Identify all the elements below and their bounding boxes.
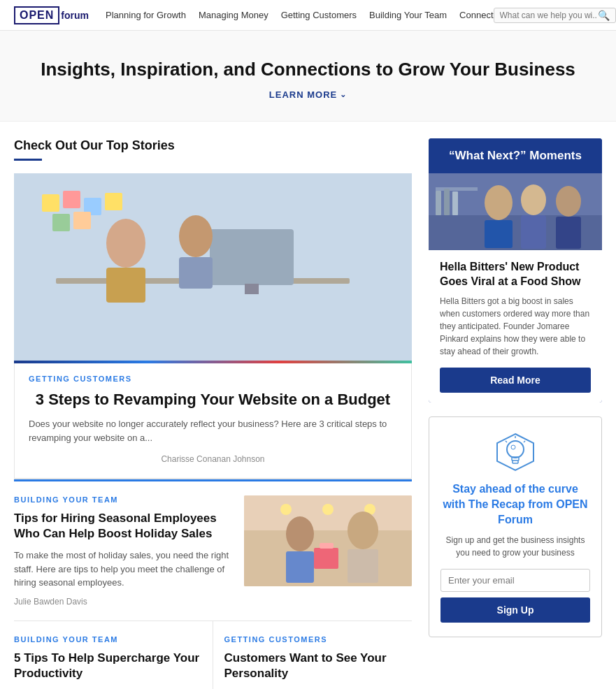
grid-item-personality: GETTING CUSTOMERS Customers Want to See … xyxy=(213,621,413,689)
newsletter-signup-button[interactable]: Sign Up xyxy=(440,597,590,623)
email-input[interactable] xyxy=(440,569,590,592)
seasonal-excerpt: To make the most of holiday sales, you n… xyxy=(14,549,233,590)
sidebar-article-text: Hella Bitters got a big boost in sales w… xyxy=(440,295,591,358)
svg-rect-48 xyxy=(436,191,441,215)
chevron-down-icon: ⌄ xyxy=(340,90,347,99)
featured-author: Charisse Conanan Johnson xyxy=(29,454,397,464)
article-grid: BUILDING YOUR TEAM 5 Tips To Help Superc… xyxy=(14,621,412,689)
seasonal-author: Julie Bawden Davis xyxy=(14,597,233,607)
svg-rect-22 xyxy=(320,543,334,549)
svg-rect-8 xyxy=(42,194,59,212)
svg-point-6 xyxy=(179,215,213,257)
svg-rect-20 xyxy=(286,551,314,583)
featured-article-content: GETTING CUSTOMERS 3 Steps to Revamping Y… xyxy=(14,363,412,479)
search-icon[interactable]: 🔍 xyxy=(598,10,610,21)
svg-rect-11 xyxy=(105,193,122,210)
featured-image-wrapper xyxy=(14,173,412,363)
personality-title[interactable]: Customers Want to See Your Personality xyxy=(224,651,413,681)
productivity-title[interactable]: 5 Tips To Help Supercharge Your Producti… xyxy=(14,651,201,681)
svg-rect-59 xyxy=(512,457,519,460)
bulb-icon-container xyxy=(440,431,590,473)
svg-point-23 xyxy=(348,512,378,549)
svg-rect-5 xyxy=(106,268,145,303)
color-bar xyxy=(14,361,412,363)
featured-image-placeholder xyxy=(14,173,412,363)
svg-rect-12 xyxy=(52,214,70,231)
svg-point-17 xyxy=(322,504,334,515)
svg-rect-13 xyxy=(73,212,91,229)
svg-rect-54 xyxy=(521,215,546,249)
svg-rect-49 xyxy=(444,189,450,215)
personality-category: GETTING CUSTOMERS xyxy=(224,635,413,644)
featured-article: GETTING CUSTOMERS 3 Steps to Revamping Y… xyxy=(14,173,412,479)
read-more-button[interactable]: Read More xyxy=(440,368,591,393)
svg-rect-2 xyxy=(210,229,294,285)
bulb-icon xyxy=(494,431,536,473)
featured-image xyxy=(14,173,412,363)
svg-rect-50 xyxy=(452,191,458,215)
sidebar-featured-image xyxy=(429,173,602,250)
nav-link-connect[interactable]: Connect xyxy=(459,10,493,20)
hero-section: Insights, Inspiration, and Connections t… xyxy=(0,31,616,122)
newsletter-widget: Stay ahead of the curve with The Recap f… xyxy=(429,416,602,637)
svg-point-55 xyxy=(556,186,581,217)
svg-rect-7 xyxy=(179,257,213,289)
nav-links: Planning for Growth Managing Money Getti… xyxy=(106,10,494,20)
svg-point-51 xyxy=(485,185,513,220)
svg-rect-56 xyxy=(556,217,581,249)
svg-line-65 xyxy=(506,441,507,442)
nav-link-planning[interactable]: Planning for Growth xyxy=(106,10,186,20)
svg-point-4 xyxy=(106,219,145,268)
logo[interactable]: OPEN forum xyxy=(14,6,89,24)
sidebar-featured-header: “What Next?” Moments xyxy=(429,138,602,173)
logo-forum-text: forum xyxy=(61,10,89,21)
seasonal-article-content: BUILDING YOUR TEAM Tips for Hiring Seaso… xyxy=(14,495,244,607)
svg-point-66 xyxy=(511,445,515,449)
svg-rect-52 xyxy=(485,220,513,248)
seasonal-category: BUILDING YOUR TEAM xyxy=(14,495,233,504)
logo-open-text: OPEN xyxy=(20,9,54,21)
left-column: Check Out Our Top Stories xyxy=(14,138,412,689)
featured-excerpt: Does your website no longer accurately r… xyxy=(29,417,397,447)
navbar: OPEN forum Planning for Growth Managing … xyxy=(0,0,616,31)
productivity-category: BUILDING YOUR TEAM xyxy=(14,635,201,644)
seasonal-image xyxy=(244,495,412,586)
right-sidebar: “What Next?” Moments xyxy=(429,138,602,689)
newsletter-text: Sign up and get the business insights yo… xyxy=(440,534,590,559)
sidebar-featured-card: “What Next?” Moments xyxy=(429,138,602,402)
seasonal-article: BUILDING YOUR TEAM Tips for Hiring Seaso… xyxy=(14,479,412,621)
seasonal-image-placeholder xyxy=(244,495,412,586)
top-stories-heading: Check Out Our Top Stories xyxy=(14,138,412,153)
heading-underline xyxy=(14,159,42,161)
featured-title[interactable]: 3 Steps to Revamping Your Website on a B… xyxy=(29,390,397,410)
learn-more-link[interactable]: LEARN MORE ⌄ xyxy=(269,89,347,100)
main-container: Check Out Our Top Stories xyxy=(0,122,616,689)
sidebar-what-next-title: “What Next?” Moments xyxy=(440,148,591,164)
svg-rect-9 xyxy=(63,191,80,208)
search-input[interactable] xyxy=(500,10,598,20)
search-bar[interactable]: 🔍 xyxy=(494,8,616,23)
svg-line-64 xyxy=(524,441,525,442)
svg-rect-47 xyxy=(436,187,478,191)
svg-rect-3 xyxy=(245,284,259,294)
hero-title: Insights, Inspiration, and Connections t… xyxy=(14,59,602,80)
seasonal-title[interactable]: Tips for Hiring Seasonal Employees Who C… xyxy=(14,511,233,542)
nav-link-getting[interactable]: Getting Customers xyxy=(281,10,357,20)
grid-item-productivity: BUILDING YOUR TEAM 5 Tips To Help Superc… xyxy=(14,621,213,689)
featured-category: GETTING CUSTOMERS xyxy=(29,375,397,383)
sidebar-image-placeholder xyxy=(429,173,602,250)
svg-point-19 xyxy=(286,516,314,551)
svg-point-58 xyxy=(507,441,524,458)
svg-marker-57 xyxy=(497,434,533,470)
newsletter-title: Stay ahead of the curve with The Recap f… xyxy=(440,481,590,528)
svg-point-16 xyxy=(280,504,292,515)
svg-point-53 xyxy=(521,184,546,215)
nav-link-building[interactable]: Building Your Team xyxy=(369,10,447,20)
sidebar-featured-body: Hella Bitters' New Product Goes Viral at… xyxy=(429,250,602,402)
svg-rect-24 xyxy=(348,549,378,583)
nav-link-managing[interactable]: Managing Money xyxy=(199,10,268,20)
svg-rect-21 xyxy=(314,548,338,569)
sidebar-article-title: Hella Bitters' New Product Goes Viral at… xyxy=(440,260,591,289)
